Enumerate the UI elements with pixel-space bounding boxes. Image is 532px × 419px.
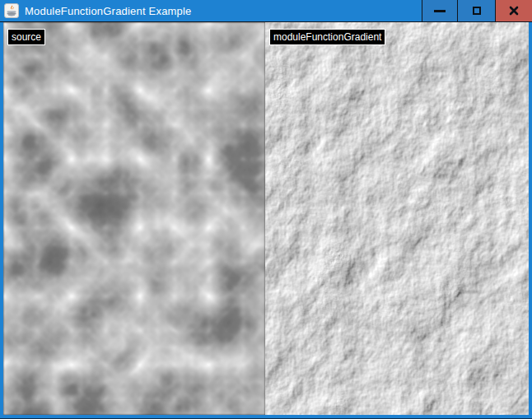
gradient-label: moduleFunctionGradient [269,29,385,45]
close-button[interactable] [495,0,532,22]
source-image [3,22,265,415]
window-title: ModuleFunctionGradient Example [25,5,192,17]
module-function-gradient-image [265,22,529,415]
maximize-button[interactable] [457,0,495,22]
source-label: source [7,29,45,45]
minimize-icon [434,10,446,12]
source-panel: source [3,22,265,415]
titlebar[interactable]: ModuleFunctionGradient Example [0,0,532,22]
app-window: ModuleFunctionGradient Example [0,0,532,419]
java-coffee-cup-icon [4,3,19,18]
minimize-button[interactable] [422,0,457,22]
window-frame-bottom [0,415,532,419]
gradient-panel: moduleFunctionGradient [265,22,529,415]
maximize-icon [473,7,481,15]
close-icon [509,6,519,16]
window-controls [422,0,532,22]
content-area: source [0,22,532,415]
